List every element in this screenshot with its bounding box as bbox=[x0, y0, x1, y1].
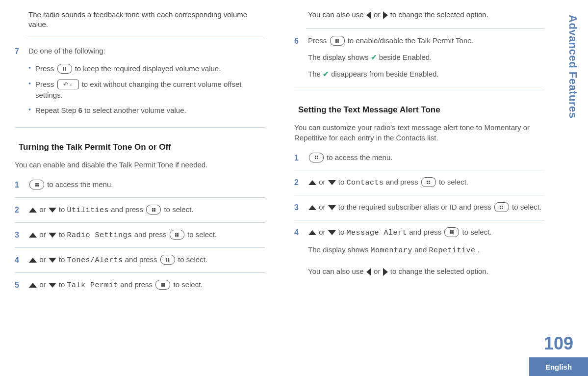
step-3: 3 or to Radio Settings and press to sele… bbox=[15, 229, 265, 242]
step-2: 2 or to Contacts and press to select. bbox=[294, 176, 544, 189]
ok-button-icon bbox=[29, 180, 44, 189]
down-icon bbox=[49, 283, 56, 288]
bullet-2: • Press ↶⌂ to exit without changing the … bbox=[28, 79, 265, 100]
divider bbox=[15, 222, 265, 223]
down-icon bbox=[328, 230, 336, 235]
divider bbox=[294, 195, 544, 195]
down-icon bbox=[49, 233, 56, 238]
ok-button-icon bbox=[170, 230, 184, 240]
step-number: 1 bbox=[15, 179, 28, 191]
ok-button-icon bbox=[444, 227, 459, 237]
ok-button-icon bbox=[155, 280, 170, 290]
step-number: 6 bbox=[294, 35, 308, 48]
menu-item: Contacts bbox=[347, 179, 384, 187]
menu-item: Talk Permit bbox=[67, 281, 119, 290]
step-number: 3 bbox=[294, 201, 308, 214]
check-icon: ✔ bbox=[323, 70, 329, 78]
divider bbox=[306, 28, 544, 29]
left-icon bbox=[366, 268, 371, 276]
step-number: 2 bbox=[15, 204, 28, 216]
divider bbox=[15, 272, 265, 273]
divider bbox=[26, 39, 265, 39]
step-5: 5 or to Talk Permit and press to select. bbox=[15, 279, 265, 292]
up-icon bbox=[29, 258, 37, 263]
step-body: Do one of the following: bbox=[28, 45, 265, 57]
right-icon bbox=[383, 268, 388, 276]
left-icon bbox=[366, 11, 371, 19]
down-icon bbox=[328, 180, 336, 185]
intro-paragraph: The radio sounds a feedback tone with ea… bbox=[28, 10, 265, 30]
step-number: 2 bbox=[294, 176, 308, 189]
up-icon bbox=[308, 230, 316, 235]
display-value: Momentary bbox=[371, 246, 413, 255]
step-body: to access the menu. bbox=[28, 179, 265, 190]
step-body: or to Radio Settings and press to select… bbox=[28, 229, 265, 242]
step-body: to access the menu. bbox=[308, 152, 544, 163]
step-number: 4 bbox=[15, 254, 28, 267]
step-body: or to the required subscriber alias or I… bbox=[308, 201, 544, 213]
step-3: 3 or to the required subscriber alias or… bbox=[294, 201, 544, 214]
step-body: or to Talk Permit and press to select. bbox=[28, 279, 265, 292]
ok-button-icon bbox=[494, 202, 509, 212]
step-6: 6 Press to enable/disable the Talk Permi… bbox=[294, 35, 544, 80]
bullet-dot: • bbox=[28, 105, 35, 115]
divider bbox=[294, 90, 544, 90]
up-icon bbox=[29, 283, 37, 288]
up-icon bbox=[308, 180, 316, 185]
down-icon bbox=[49, 258, 56, 263]
back-button-icon: ↶⌂ bbox=[57, 80, 79, 89]
bullet-body: Press to keep the required displayed vol… bbox=[35, 63, 265, 74]
menu-item: Utilities bbox=[67, 206, 109, 215]
up-icon bbox=[29, 208, 37, 213]
check-icon: ✔ bbox=[371, 53, 377, 61]
section-title-text-alert: Setting the Text Message Alert Tone bbox=[298, 105, 544, 115]
bullet-3: • Repeat Step 6 to select another volume… bbox=[28, 105, 265, 115]
language-badge: English bbox=[529, 357, 588, 376]
step-number: 4 bbox=[294, 226, 308, 239]
divider bbox=[15, 197, 265, 198]
step-1: 1 to access the menu. bbox=[15, 179, 265, 191]
up-icon bbox=[308, 205, 316, 210]
step-number: 5 bbox=[15, 279, 28, 292]
section-lead: You can enable and disable the Talk Perm… bbox=[15, 160, 265, 170]
right-icon bbox=[383, 11, 388, 19]
bullet-1: • Press to keep the required displayed v… bbox=[28, 63, 265, 74]
sidebar: Advanced Features bbox=[563, 0, 588, 376]
divider bbox=[15, 127, 265, 128]
ok-button-icon bbox=[146, 205, 161, 215]
step-body: or to Utilities and press to select. bbox=[28, 204, 265, 216]
step-body: Press to enable/disable the Talk Permit … bbox=[308, 35, 544, 80]
divider bbox=[15, 247, 265, 248]
down-icon bbox=[49, 208, 56, 213]
bullet-dot: • bbox=[28, 79, 35, 89]
page-number: 109 bbox=[544, 333, 573, 354]
bullet-dot: • bbox=[28, 63, 35, 73]
step-4: 4 or to Message Alert and press to selec… bbox=[294, 226, 544, 277]
divider bbox=[294, 170, 544, 170]
step-2: 2 or to Utilities and press to select. bbox=[15, 204, 265, 216]
also-use-line: You can also use or to change the select… bbox=[308, 10, 544, 20]
step-body: or to Tones/Alerts and press to select. bbox=[28, 254, 265, 267]
divider bbox=[294, 220, 544, 220]
display-value: Repetitive bbox=[429, 246, 475, 255]
down-icon bbox=[328, 205, 336, 210]
ok-button-icon bbox=[57, 64, 72, 74]
sidebar-title: Advanced Features bbox=[566, 15, 579, 118]
step-number: 7 bbox=[15, 45, 28, 58]
up-icon bbox=[29, 233, 37, 238]
step-7: 7 Do one of the following: bbox=[15, 45, 265, 58]
step-number: 1 bbox=[294, 152, 308, 164]
section-lead: You can customize your radio's text mess… bbox=[294, 123, 544, 143]
bullet-body: Repeat Step 6 to select another volume v… bbox=[35, 105, 265, 115]
menu-item: Radio Settings bbox=[67, 231, 132, 240]
step-4: 4 or to Tones/Alerts and press to select… bbox=[15, 254, 265, 267]
menu-item: Message Alert bbox=[347, 229, 408, 237]
step-number: 3 bbox=[15, 229, 28, 242]
menu-item: Tones/Alerts bbox=[67, 256, 123, 265]
step-1: 1 to access the menu. bbox=[294, 152, 544, 164]
page-content: The radio sounds a feedback tone with ea… bbox=[0, 0, 588, 302]
ok-button-icon bbox=[421, 177, 436, 187]
step-body: or to Message Alert and press to select.… bbox=[308, 226, 544, 277]
section-title-talk-permit: Turning the Talk Permit Tone On or Off bbox=[19, 142, 265, 152]
step-body: or to Contacts and press to select. bbox=[308, 176, 544, 189]
